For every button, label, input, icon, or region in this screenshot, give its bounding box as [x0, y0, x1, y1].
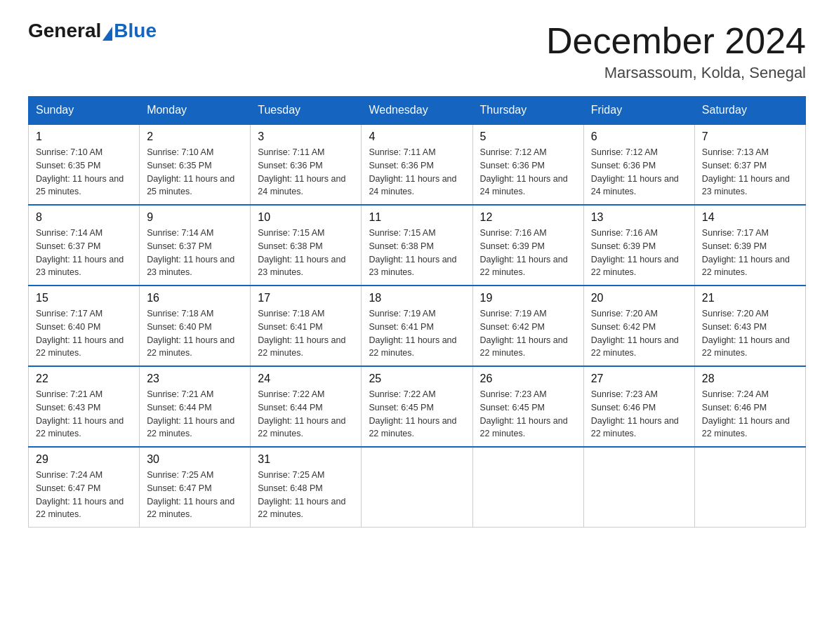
table-row — [472, 447, 583, 528]
day-number: 26 — [480, 373, 576, 385]
calendar-week-row: 1 Sunrise: 7:10 AM Sunset: 6:35 PM Dayli… — [29, 124, 806, 205]
day-number: 1 — [36, 130, 132, 143]
day-info: Sunrise: 7:14 AM Sunset: 6:37 PM Dayligh… — [147, 227, 243, 279]
table-row: 6 Sunrise: 7:12 AM Sunset: 6:36 PM Dayli… — [583, 124, 694, 205]
table-row: 15 Sunrise: 7:17 AM Sunset: 6:40 PM Dayl… — [29, 286, 140, 366]
day-info: Sunrise: 7:16 AM Sunset: 6:39 PM Dayligh… — [480, 227, 576, 279]
day-number: 7 — [702, 130, 798, 143]
day-number: 11 — [369, 211, 465, 224]
day-info: Sunrise: 7:17 AM Sunset: 6:40 PM Dayligh… — [36, 307, 132, 360]
day-info: Sunrise: 7:15 AM Sunset: 6:38 PM Dayligh… — [369, 227, 465, 279]
day-number: 16 — [147, 292, 243, 304]
table-row: 13 Sunrise: 7:16 AM Sunset: 6:39 PM Dayl… — [583, 205, 694, 286]
calendar-week-row: 15 Sunrise: 7:17 AM Sunset: 6:40 PM Dayl… — [29, 286, 806, 366]
day-info: Sunrise: 7:12 AM Sunset: 6:36 PM Dayligh… — [591, 146, 687, 199]
day-info: Sunrise: 7:13 AM Sunset: 6:37 PM Dayligh… — [702, 146, 798, 199]
day-number: 30 — [147, 453, 243, 466]
col-wednesday: Wednesday — [362, 97, 472, 125]
day-info: Sunrise: 7:24 AM Sunset: 6:47 PM Dayligh… — [36, 469, 132, 521]
table-row: 21 Sunrise: 7:20 AM Sunset: 6:43 PM Dayl… — [694, 286, 805, 366]
logo: General Blue — [28, 21, 157, 41]
table-row — [694, 447, 805, 528]
day-number: 19 — [480, 292, 576, 304]
day-info: Sunrise: 7:25 AM Sunset: 6:47 PM Dayligh… — [147, 469, 243, 521]
table-row: 2 Sunrise: 7:10 AM Sunset: 6:35 PM Dayli… — [140, 124, 251, 205]
table-row: 22 Sunrise: 7:21 AM Sunset: 6:43 PM Dayl… — [29, 366, 140, 447]
calendar-week-row: 22 Sunrise: 7:21 AM Sunset: 6:43 PM Dayl… — [29, 366, 806, 447]
table-row: 23 Sunrise: 7:21 AM Sunset: 6:44 PM Dayl… — [140, 366, 251, 447]
table-row — [583, 447, 694, 528]
table-row: 16 Sunrise: 7:18 AM Sunset: 6:40 PM Dayl… — [140, 286, 251, 366]
day-info: Sunrise: 7:16 AM Sunset: 6:39 PM Dayligh… — [591, 227, 687, 279]
day-info: Sunrise: 7:20 AM Sunset: 6:42 PM Dayligh… — [591, 307, 687, 360]
day-number: 6 — [591, 130, 687, 143]
table-row: 14 Sunrise: 7:17 AM Sunset: 6:39 PM Dayl… — [694, 205, 805, 286]
col-tuesday: Tuesday — [251, 97, 362, 125]
table-row: 31 Sunrise: 7:25 AM Sunset: 6:48 PM Dayl… — [251, 447, 362, 528]
table-row: 20 Sunrise: 7:20 AM Sunset: 6:42 PM Dayl… — [583, 286, 694, 366]
day-number: 18 — [369, 292, 465, 304]
day-info: Sunrise: 7:12 AM Sunset: 6:36 PM Dayligh… — [480, 146, 576, 199]
day-number: 20 — [591, 292, 687, 304]
day-info: Sunrise: 7:10 AM Sunset: 6:35 PM Dayligh… — [36, 146, 132, 199]
day-info: Sunrise: 7:23 AM Sunset: 6:46 PM Dayligh… — [591, 388, 687, 441]
day-info: Sunrise: 7:23 AM Sunset: 6:45 PM Dayligh… — [480, 388, 576, 441]
day-number: 28 — [702, 373, 798, 385]
day-number: 14 — [702, 211, 798, 224]
col-saturday: Saturday — [694, 97, 805, 125]
table-row: 11 Sunrise: 7:15 AM Sunset: 6:38 PM Dayl… — [362, 205, 472, 286]
day-number: 9 — [147, 211, 243, 224]
day-number: 3 — [258, 130, 354, 143]
month-title: December 2024 — [546, 21, 806, 61]
table-row: 25 Sunrise: 7:22 AM Sunset: 6:45 PM Dayl… — [362, 366, 472, 447]
table-row: 10 Sunrise: 7:15 AM Sunset: 6:38 PM Dayl… — [251, 205, 362, 286]
table-row: 3 Sunrise: 7:11 AM Sunset: 6:36 PM Dayli… — [251, 124, 362, 205]
table-row: 18 Sunrise: 7:19 AM Sunset: 6:41 PM Dayl… — [362, 286, 472, 366]
table-row: 7 Sunrise: 7:13 AM Sunset: 6:37 PM Dayli… — [694, 124, 805, 205]
col-sunday: Sunday — [29, 97, 140, 125]
day-info: Sunrise: 7:11 AM Sunset: 6:36 PM Dayligh… — [258, 146, 354, 199]
day-number: 8 — [36, 211, 132, 224]
day-info: Sunrise: 7:21 AM Sunset: 6:44 PM Dayligh… — [147, 388, 243, 441]
table-row: 8 Sunrise: 7:14 AM Sunset: 6:37 PM Dayli… — [29, 205, 140, 286]
day-info: Sunrise: 7:21 AM Sunset: 6:43 PM Dayligh… — [36, 388, 132, 441]
day-number: 27 — [591, 373, 687, 385]
day-info: Sunrise: 7:11 AM Sunset: 6:36 PM Dayligh… — [369, 146, 465, 199]
table-row — [362, 447, 472, 528]
table-row: 9 Sunrise: 7:14 AM Sunset: 6:37 PM Dayli… — [140, 205, 251, 286]
day-info: Sunrise: 7:22 AM Sunset: 6:44 PM Dayligh… — [258, 388, 354, 441]
table-row: 19 Sunrise: 7:19 AM Sunset: 6:42 PM Dayl… — [472, 286, 583, 366]
calendar-table: Sunday Monday Tuesday Wednesday Thursday… — [28, 96, 806, 528]
table-row: 4 Sunrise: 7:11 AM Sunset: 6:36 PM Dayli… — [362, 124, 472, 205]
table-row: 26 Sunrise: 7:23 AM Sunset: 6:45 PM Dayl… — [472, 366, 583, 447]
col-monday: Monday — [140, 97, 251, 125]
day-info: Sunrise: 7:10 AM Sunset: 6:35 PM Dayligh… — [147, 146, 243, 199]
calendar-header-row: Sunday Monday Tuesday Wednesday Thursday… — [29, 97, 806, 125]
table-row: 24 Sunrise: 7:22 AM Sunset: 6:44 PM Dayl… — [251, 366, 362, 447]
day-info: Sunrise: 7:18 AM Sunset: 6:41 PM Dayligh… — [258, 307, 354, 360]
table-row: 29 Sunrise: 7:24 AM Sunset: 6:47 PM Dayl… — [29, 447, 140, 528]
day-info: Sunrise: 7:14 AM Sunset: 6:37 PM Dayligh… — [36, 227, 132, 279]
day-info: Sunrise: 7:18 AM Sunset: 6:40 PM Dayligh… — [147, 307, 243, 360]
table-row: 17 Sunrise: 7:18 AM Sunset: 6:41 PM Dayl… — [251, 286, 362, 366]
calendar-week-row: 29 Sunrise: 7:24 AM Sunset: 6:47 PM Dayl… — [29, 447, 806, 528]
day-info: Sunrise: 7:15 AM Sunset: 6:38 PM Dayligh… — [258, 227, 354, 279]
day-info: Sunrise: 7:22 AM Sunset: 6:45 PM Dayligh… — [369, 388, 465, 441]
table-row: 28 Sunrise: 7:24 AM Sunset: 6:46 PM Dayl… — [694, 366, 805, 447]
day-number: 10 — [258, 211, 354, 224]
col-thursday: Thursday — [472, 97, 583, 125]
logo-blue-text: Blue — [114, 21, 157, 41]
day-info: Sunrise: 7:17 AM Sunset: 6:39 PM Dayligh… — [702, 227, 798, 279]
day-number: 17 — [258, 292, 354, 304]
day-info: Sunrise: 7:19 AM Sunset: 6:42 PM Dayligh… — [480, 307, 576, 360]
day-number: 4 — [369, 130, 465, 143]
day-info: Sunrise: 7:20 AM Sunset: 6:43 PM Dayligh… — [702, 307, 798, 360]
day-number: 25 — [369, 373, 465, 385]
day-number: 31 — [258, 453, 354, 466]
day-info: Sunrise: 7:25 AM Sunset: 6:48 PM Dayligh… — [258, 469, 354, 521]
day-number: 13 — [591, 211, 687, 224]
day-number: 29 — [36, 453, 132, 466]
location-text: Marsassoum, Kolda, Senegal — [546, 64, 806, 82]
col-friday: Friday — [583, 97, 694, 125]
day-number: 15 — [36, 292, 132, 304]
